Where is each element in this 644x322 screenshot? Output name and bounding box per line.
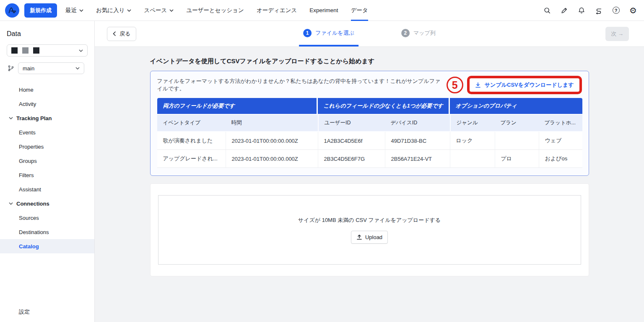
chevron-left-icon (113, 31, 116, 36)
cell: 2023-01-01T00:00:00.000Z (226, 132, 318, 150)
nav-experiment[interactable]: Experiment (309, 0, 338, 21)
sidebar-item-settings[interactable]: 設定 (0, 308, 94, 322)
help-icon[interactable] (612, 6, 620, 15)
download-sample-csv-button[interactable]: サンプルCSVをダウンロードします (475, 81, 574, 89)
step-label: マップ列 (413, 29, 436, 37)
table-row: アップグレードされ... 2023-01-01T00:00:00.000Z 2B… (157, 150, 582, 168)
sidebar-item-label: Properties (19, 144, 44, 150)
gear-icon[interactable] (629, 6, 637, 15)
col-header-plan: プラン (495, 115, 539, 132)
annotation-rect: サンプルCSVをダウンロードします (467, 76, 582, 94)
route-icon[interactable] (595, 6, 603, 15)
step-number-badge: 1 (303, 29, 312, 37)
wizard-toolbar: 戻る 1 ファイルを選ぶ 2 マップ列 次 → (95, 21, 644, 47)
sidebar-item-destinations[interactable]: Destinations (0, 225, 94, 239)
step-choose-file[interactable]: 1 ファイルを選ぶ (299, 21, 358, 46)
sidebar-item-label: Catalog (19, 243, 39, 250)
sidebar-item-connections[interactable]: Connections (0, 196, 94, 211)
group-header-optional: オプションのプロパティ (450, 98, 582, 115)
nav-label: データ (351, 7, 368, 14)
sidebar-item-home[interactable]: Home (0, 82, 94, 97)
sidebar-item-label: Activity (19, 101, 36, 107)
cell: およびos (539, 150, 582, 168)
upload-dropzone[interactable]: サイズが 10MB 未満の CSV ファイルをアップロードする Upload (158, 195, 581, 265)
annotation-group: 5 サンプルCSVをダウンロードします (447, 76, 582, 94)
nav-label: ユーザーとセッション (186, 7, 244, 14)
sidebar-title: Data (0, 27, 94, 44)
annotation-circle-5: 5 (447, 77, 463, 93)
sidebar-item-label: Groups (19, 158, 37, 164)
sidebar-item-events[interactable]: Events (0, 125, 94, 139)
table-row: 歌が演奏されました 2023-01-01T00:00:00.000Z 1A2B3… (157, 132, 582, 150)
upload-button[interactable]: Upload (351, 231, 388, 244)
sidebar-item-groups[interactable]: Groups (0, 154, 94, 168)
back-button[interactable]: 戻る (107, 27, 136, 41)
col-header-event-type: イベントタイプ (157, 115, 226, 132)
upload-label: Upload (365, 234, 382, 240)
sidebar-item-label: Assistant (19, 186, 41, 193)
nav-data[interactable]: データ (351, 0, 368, 21)
cell: 歌が演奏されました (157, 132, 226, 150)
project-color-block (33, 47, 39, 54)
header-icons (543, 6, 637, 15)
nav-audiences[interactable]: オーディエンス (257, 0, 297, 21)
sample-info-text: ファイルをフォーマットする方法がわかりませんか？私たちはあなたの背中を持っていま… (157, 77, 447, 93)
heading-text: イベントデータを使用して (150, 57, 227, 64)
project-color-block (22, 47, 29, 54)
branch-selector[interactable]: main (18, 62, 84, 74)
pencil-icon[interactable] (560, 6, 569, 15)
nav-favorites[interactable]: お気に入り (96, 0, 131, 21)
group-header-at-least-one: これらのフィールドの少なくとも1つが必要です (318, 98, 450, 115)
sidebar-item-label: Sources (19, 215, 39, 221)
sidebar-nav: Home Activity Tracking Plan Events Prope… (0, 82, 94, 253)
nav-label: Experiment (309, 7, 338, 13)
sidebar-item-properties[interactable]: Properties (0, 139, 94, 154)
project-selector[interactable] (7, 44, 88, 57)
col-header-time: 時間 (226, 115, 318, 132)
cell: 2B3C4D5E6F7G (318, 150, 385, 168)
nav-label: お気に入り (96, 7, 125, 14)
step-number-badge: 2 (401, 29, 410, 37)
chevron-down-icon (127, 9, 131, 12)
sidebar-item-tracking-plan[interactable]: Tracking Plan (0, 111, 94, 125)
chevron-down-icon (79, 9, 83, 12)
create-new-button[interactable]: 新規作成 (24, 3, 57, 18)
cell: 2B56A71E24-VT (385, 150, 450, 168)
sidebar-item-label: Destinations (19, 229, 49, 235)
sidebar-item-label: Home (19, 87, 34, 93)
col-header-device-id: デバイスID (385, 115, 450, 132)
nav-users-sessions[interactable]: ユーザーとセッション (186, 0, 244, 21)
upload-icon (356, 234, 362, 240)
sidebar: Data main Home Activity Tracking Plan (0, 21, 95, 322)
nav-spaces[interactable]: スペース (144, 0, 174, 21)
chevron-down-icon (169, 9, 174, 12)
col-header-user-id: ユーザーID (318, 115, 385, 132)
sidebar-item-sources[interactable]: Sources (0, 211, 94, 225)
page-title: イベントデータを使用してCSVファイルをアップロードすることから始めます (150, 57, 589, 65)
cell: プロ (495, 150, 539, 168)
heading-csv: CSV (227, 57, 240, 64)
question-mark-glyph (613, 7, 620, 14)
wizard-steps: 1 ファイルを選ぶ 2 マップ列 (299, 21, 440, 46)
sidebar-item-catalog[interactable]: Catalog (0, 239, 94, 253)
step-label: ファイルを選ぶ (315, 29, 354, 37)
nav-recent[interactable]: 最近 (65, 0, 83, 21)
heading-text: ファイルをアップロードすることから始めます (240, 57, 375, 64)
upload-card: サイズが 10MB 未満の CSV ファイルをアップロードする Upload (150, 183, 589, 276)
nav-label: スペース (144, 7, 167, 14)
group-header-required-both: 両方のフィールドが必要です (157, 98, 318, 115)
sidebar-item-assistant[interactable]: Assistant (0, 182, 94, 196)
cell: 1A2B3C4D5E6f (318, 132, 385, 150)
bell-icon[interactable] (577, 6, 586, 15)
back-label: 戻る (119, 30, 130, 38)
search-icon[interactable] (543, 6, 551, 15)
sample-file-card: ファイルをフォーマットする方法がわかりませんか？私たちはあなたの背中を持っていま… (150, 71, 589, 176)
amplitude-logo[interactable] (5, 3, 19, 18)
step-map-columns[interactable]: 2 マップ列 (397, 21, 440, 46)
sidebar-item-filters[interactable]: Filters (0, 168, 94, 182)
sidebar-item-activity[interactable]: Activity (0, 97, 94, 111)
chevron-down-icon (9, 202, 13, 205)
sidebar-item-label: Tracking Plan (16, 115, 52, 121)
next-button[interactable]: 次 → (605, 27, 629, 41)
sample-csv-table: 両方のフィールドが必要です これらのフィールドの少なくとも1つが必要です オプシ… (157, 98, 582, 168)
